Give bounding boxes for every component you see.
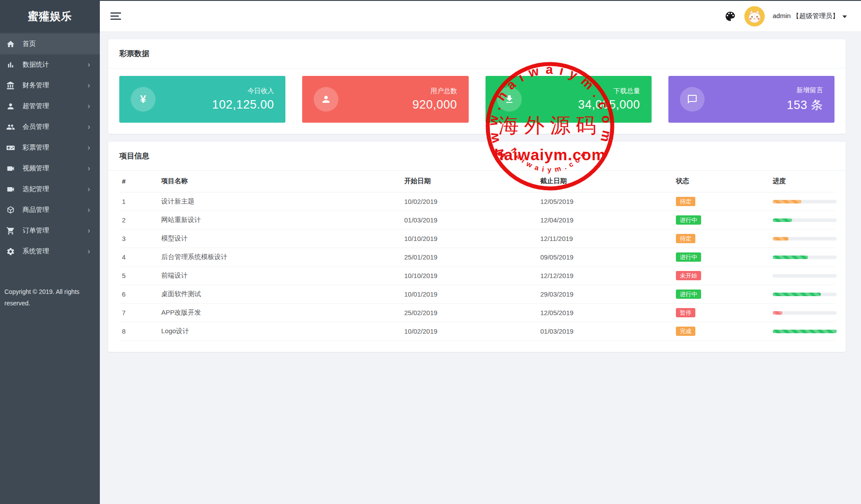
cell-status: 进行中 <box>676 211 773 229</box>
cell-id: 4 <box>119 248 161 267</box>
column-header: # <box>119 171 161 192</box>
message-icon <box>687 94 698 105</box>
stat-card-icon-wrap: ¥ <box>131 87 156 112</box>
sidebar-item-lottery[interactable]: 彩票管理› <box>0 137 100 158</box>
stat-card-1: 用户总数920,000 <box>302 76 468 123</box>
sidebar-item-label: 会员管理 <box>23 123 87 131</box>
sidebar-item-goods[interactable]: 商品管理› <box>0 199 100 220</box>
cell-progress <box>773 229 834 248</box>
cell-start: 01/03/2019 <box>404 211 540 229</box>
projects-section-title: 项目信息 <box>108 142 846 171</box>
cube-icon <box>6 206 15 214</box>
sidebar-item-video[interactable]: 视频管理› <box>0 158 100 179</box>
cell-end: 12/05/2019 <box>540 192 676 211</box>
cell-start: 25/01/2019 <box>404 248 540 267</box>
projects-panel: 项目信息 #项目名称开始日期截止日期状态进度 1设计新主题10/02/20191… <box>108 141 846 352</box>
sidebar-item-label: 财务管理 <box>23 81 87 90</box>
cell-id: 6 <box>119 285 161 304</box>
status-badge: 待定 <box>676 197 695 206</box>
hamburger-menu-icon[interactable] <box>110 11 122 22</box>
cell-start: 10/01/2019 <box>404 285 540 304</box>
progress-track <box>773 330 837 333</box>
cell-end: 12/12/2019 <box>540 267 676 285</box>
cell-status: 待定 <box>676 192 773 211</box>
content: 彩票数据 ¥今日收入102,125.00用户总数920,000下载总量34,00… <box>100 32 861 504</box>
cell-id: 5 <box>119 267 161 285</box>
cell-progress <box>773 285 834 304</box>
stat-card-label: 下载总量 <box>578 87 640 95</box>
progress-bar <box>773 200 801 203</box>
sidebar-item-finance[interactable]: 财务管理› <box>0 75 100 96</box>
stat-card-text: 新增留言153 条 <box>787 86 823 113</box>
table-body: 1设计新主题10/02/201912/05/2019待定2网站重新设计01/03… <box>119 192 834 341</box>
progress-bar <box>773 256 808 259</box>
cell-start: 25/02/2019 <box>404 304 540 322</box>
column-header: 开始日期 <box>404 171 540 192</box>
lottery-stats-panel: 彩票数据 ¥今日收入102,125.00用户总数920,000下载总量34,00… <box>108 39 846 134</box>
sidebar-item-label: 系统管理 <box>23 247 87 256</box>
stat-card-3: 新增留言153 条 <box>668 76 834 123</box>
status-badge: 完成 <box>676 327 695 336</box>
stat-card-label: 用户总数 <box>412 87 457 95</box>
chevron-right-icon: › <box>87 81 90 89</box>
stat-card-icon-wrap <box>314 87 338 112</box>
sidebar-item-xuanfei[interactable]: 选妃管理› <box>0 179 100 199</box>
cell-end: 29/03/2019 <box>540 285 676 304</box>
sidebar-item-stats[interactable]: 数据统计› <box>0 54 100 75</box>
chevron-right-icon: › <box>87 226 90 234</box>
sidebar: 蜜獾娱乐 首页数据统计›财务管理›超管管理›会员管理›彩票管理›视频管理›选妃管… <box>0 1 100 504</box>
top-bar: admin 【超级管理员】 <box>100 1 861 32</box>
stat-card-text: 用户总数920,000 <box>412 87 457 112</box>
table-row: 4后台管理系统模板设计25/01/201909/05/2019进行中 <box>119 248 834 267</box>
stat-card-label: 新增留言 <box>787 86 823 94</box>
table-header-row: #项目名称开始日期截止日期状态进度 <box>119 171 834 192</box>
chevron-right-icon: › <box>87 164 90 172</box>
column-header: 截止日期 <box>540 171 676 192</box>
cell-status: 完成 <box>676 322 773 341</box>
sidebar-item-label: 首页 <box>23 40 90 48</box>
user-icon <box>321 94 331 105</box>
chevron-right-icon: › <box>87 143 90 151</box>
cell-end: 12/11/2019 <box>540 229 676 248</box>
cell-start: 10/02/2019 <box>404 192 540 211</box>
person-icon <box>6 102 15 111</box>
cell-start: 10/02/2019 <box>404 322 540 341</box>
sidebar-nav: 首页数据统计›财务管理›超管管理›会员管理›彩票管理›视频管理›选妃管理›商品管… <box>0 34 100 262</box>
status-badge: 未开始 <box>676 271 701 280</box>
cell-name: Logo设计 <box>161 322 404 341</box>
chevron-right-icon: › <box>87 206 90 214</box>
cell-progress <box>773 267 834 285</box>
stat-card-0: ¥今日收入102,125.00 <box>119 76 285 123</box>
sidebar-item-system[interactable]: 系统管理› <box>0 241 100 262</box>
progress-track <box>773 311 837 315</box>
user-dropdown[interactable]: admin 【超级管理员】 <box>773 12 847 20</box>
cell-end: 12/04/2019 <box>540 211 676 229</box>
sidebar-item-home[interactable]: 首页 <box>0 34 100 54</box>
cell-name: 后台管理系统模板设计 <box>161 248 404 267</box>
video-icon <box>6 185 15 194</box>
cell-id: 7 <box>119 304 161 322</box>
sidebar-item-members[interactable]: 会员管理› <box>0 117 100 137</box>
table-row: 5前端设计10/10/201912/12/2019未开始 <box>119 267 834 285</box>
status-badge: 进行中 <box>676 290 701 299</box>
progress-bar <box>773 293 821 296</box>
table-row: 3模型设计10/10/201912/11/2019待定 <box>119 229 834 248</box>
sidebar-item-orders[interactable]: 订单管理› <box>0 220 100 241</box>
status-badge: 待定 <box>676 234 695 243</box>
cell-end: 09/05/2019 <box>540 248 676 267</box>
status-badge: 进行中 <box>676 252 701 262</box>
sidebar-item-label: 彩票管理 <box>23 143 87 152</box>
cell-progress <box>773 211 834 229</box>
sidebar-item-label: 超管管理 <box>23 102 87 110</box>
progress-track <box>773 200 837 203</box>
sidebar-item-label: 订单管理 <box>23 226 87 235</box>
column-header: 状态 <box>676 171 773 192</box>
theme-palette-icon[interactable] <box>724 10 736 23</box>
sidebar-item-admins[interactable]: 超管管理› <box>0 96 100 117</box>
cell-progress <box>773 248 834 267</box>
progress-track <box>773 293 837 296</box>
stat-card-value: 34,005,000 <box>578 98 640 112</box>
cell-name: APP改版开发 <box>161 304 404 322</box>
cell-status: 暂停 <box>676 304 773 322</box>
user-avatar[interactable] <box>744 6 765 26</box>
